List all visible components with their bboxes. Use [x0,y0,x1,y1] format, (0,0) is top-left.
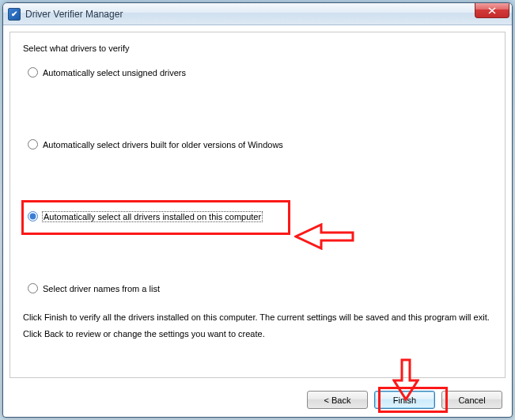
close-icon [488,7,496,14]
cancel-button[interactable]: Cancel [441,391,502,409]
finish-button[interactable]: Finish [374,391,435,409]
radio-label: Automatically select drivers built for o… [43,140,283,149]
window-title: Driver Verifier Manager [25,9,123,20]
content-panel: Select what drivers to verify Automatica… [9,32,506,378]
close-button[interactable] [475,3,509,18]
radio-all-drivers[interactable] [28,211,38,221]
option-from-list[interactable]: Select driver names from a list [23,283,492,293]
app-icon: ✔ [8,8,21,21]
instruction-line-1: Click Finish to verify all the drivers i… [23,309,492,326]
instructions-block: Click Finish to verify all the drivers i… [23,309,492,342]
option-all-drivers[interactable]: Automatically select all drivers install… [23,211,492,221]
dialog-window: ✔ Driver Verifier Manager Select what dr… [2,2,513,418]
radio-label: Automatically select all drivers install… [43,212,262,221]
radio-from-list[interactable] [28,283,38,293]
page-heading: Select what drivers to verify [23,44,492,53]
option-older-windows[interactable]: Automatically select drivers built for o… [23,139,492,149]
radio-label: Automatically select unsigned drivers [43,68,186,78]
title-bar: ✔ Driver Verifier Manager [3,3,512,25]
radio-label: Select driver names from a list [43,284,160,293]
radio-unsigned[interactable] [28,67,38,78]
instruction-line-2: Click Back to review or change the setti… [23,326,492,342]
option-unsigned-drivers[interactable]: Automatically select unsigned drivers [23,67,492,78]
back-button[interactable]: < Back [307,391,368,409]
button-row: < Back Finish Cancel [307,391,502,409]
radio-older-windows[interactable] [28,139,38,149]
